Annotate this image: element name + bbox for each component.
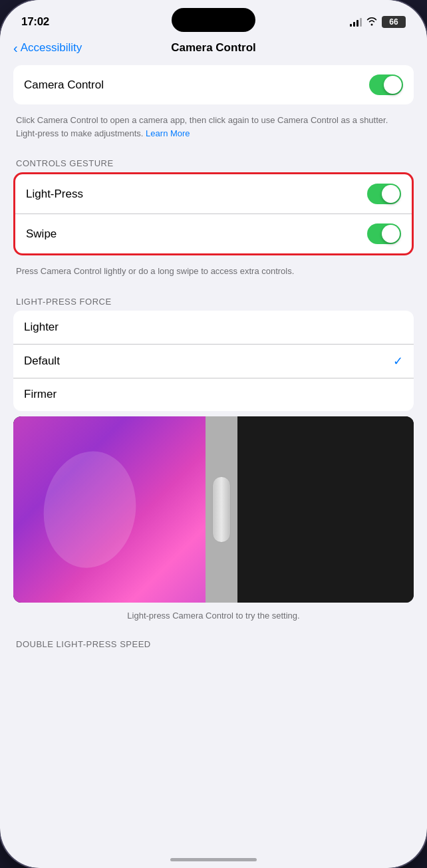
status-icons: 66 [350, 16, 406, 28]
wifi-icon [366, 17, 378, 28]
controls-gesture-header: CONTROLS GESTURE [13, 148, 414, 172]
swipe-toggle[interactable] [367, 223, 401, 244]
toggle-thumb [384, 76, 402, 94]
content-area: Camera Control Click Camera Control to o… [0, 60, 427, 666]
controls-gesture-description: Press Camera Control lightly or do a lon… [13, 261, 414, 286]
camera-preview-right [237, 416, 414, 603]
back-button[interactable]: ‹ Accessibility [13, 41, 82, 55]
light-press-label: Light-Press [26, 188, 83, 201]
light-press-force-card: Lighter Default ✓ Firmer [13, 311, 414, 411]
lighter-row[interactable]: Lighter [13, 311, 414, 344]
toggle-thumb-swipe [382, 225, 400, 243]
camera-control-visual [212, 476, 231, 543]
default-row[interactable]: Default ✓ [13, 344, 414, 378]
camera-control-row: Camera Control [13, 65, 414, 104]
page-title: Camera Control [171, 41, 256, 55]
controls-gesture-card: Light-Press Swipe [13, 172, 414, 255]
status-time: 17:02 [21, 15, 49, 29]
light-press-toggle[interactable] [367, 184, 401, 204]
home-indicator [170, 858, 257, 861]
checkmark-icon: ✓ [393, 354, 403, 368]
default-label: Default [24, 355, 60, 368]
camera-preview-left [13, 416, 206, 603]
chevron-left-icon: ‹ [13, 41, 18, 55]
firmer-row[interactable]: Firmer [13, 378, 414, 411]
phone-screen: 17:02 66 [0, 0, 427, 868]
dynamic-island [172, 8, 255, 32]
firmer-label: Firmer [24, 388, 57, 401]
camera-control-toggle[interactable] [369, 74, 403, 95]
double-press-header: DOUBLE LIGHT-PRESS SPEED [13, 629, 414, 653]
light-press-row: Light-Press [15, 174, 412, 214]
camera-preview-shine [35, 437, 145, 581]
toggle-thumb-light-press [382, 185, 400, 203]
camera-preview-image [13, 416, 414, 603]
back-label: Accessibility [21, 41, 82, 55]
camera-preview-center [206, 416, 237, 603]
camera-preview-caption: Light-press Camera Control to try the se… [13, 608, 414, 629]
nav-bar: ‹ Accessibility Camera Control [0, 36, 427, 60]
swipe-row: Swipe [15, 214, 412, 253]
camera-control-label: Camera Control [24, 78, 104, 92]
camera-control-description: Click Camera Control to open a camera ap… [13, 110, 414, 148]
light-press-force-header: LIGHT-PRESS FORCE [13, 286, 414, 311]
phone-frame: 17:02 66 [0, 0, 427, 868]
learn-more-link[interactable]: Learn More [146, 128, 190, 138]
battery-icon: 66 [382, 16, 406, 28]
lighter-label: Lighter [24, 321, 59, 334]
signal-icon [350, 17, 362, 27]
swipe-label: Swipe [26, 227, 57, 241]
camera-control-card: Camera Control [13, 65, 414, 104]
